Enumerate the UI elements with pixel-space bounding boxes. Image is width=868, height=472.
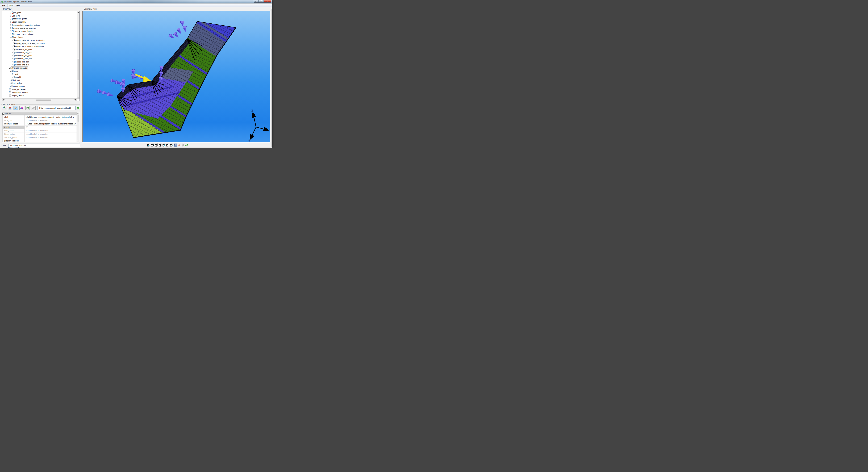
property-value[interactable]: <SplitSurface root.rudder.property_regio… [25,116,76,119]
tree-item-structural_analysis[interactable]: structural_analysis [2,66,77,69]
tree-item-mesh[interactable]: mesh [2,69,77,72]
tree-item-subgrid[interactable]: subgrid [2,75,77,78]
tree-item-detailed_lhs_skin[interactable]: detailed_lhs_skin [2,60,77,63]
tree-panel[interactable]: root_jointtip_jointadditional_jointsspar… [2,10,80,101]
fit-all-button[interactable] [174,143,177,147]
eraser-button[interactable] [177,143,181,147]
tree-item-propreg_spar_thickness_distribution[interactable]: propreg_spar_thickness_distribution [2,42,77,45]
tree-vertical-scrollbar[interactable] [77,11,80,99]
cube-top-icon [166,144,169,147]
object-reference-field[interactable]: <FEM root.structural_analysis at 0xdb3 [37,106,75,110]
cube-back-button[interactable] [162,143,166,147]
tree-scroll-right-button[interactable] [74,99,77,100]
cube-topback-button[interactable] [154,143,158,147]
prop-scroll-up-button[interactable] [77,112,79,114]
tree-horizontal-scrollbar[interactable] [2,98,77,101]
tree-scroll-left-button[interactable] [2,99,4,100]
tree-item-property_region_builder[interactable]: property_region_builder [2,30,77,33]
property-value[interactable]: 35 [25,126,76,129]
prop-scroll-down-button[interactable] [77,140,79,142]
refresh-object-button[interactable] [76,106,80,110]
tree-item-preliminary_lhs_skin[interactable]: preliminary_lhs_skin [2,54,77,57]
geometry-viewport[interactable]: Z X Y [83,11,270,143]
slot-icon [14,106,18,110]
property-row-interface_edges[interactable]: interface_edges[<Edge_ root.rudder.prope… [3,122,76,126]
collapse-section-icon[interactable] [2,113,4,115]
property-grid: Inputs shell<SplitSurface root.rudder.pr… [2,112,79,143]
slot-button[interactable] [13,106,18,110]
property-value[interactable]: [<Edge_ root.rudder.property_region_buil… [25,122,76,126]
refresh-button[interactable] [185,143,189,147]
title-bar[interactable]: ParaPy Graphical User Interface [0,0,272,3]
open-folder-button[interactable] [2,106,6,110]
trash-button[interactable] [181,143,185,147]
titlebar-glass [0,0,272,3]
tree-item-detailed_rhs_skin[interactable]: detailed_rhs_skin [2,63,77,66]
tree-item-label: output_reports [11,94,25,97]
home-button[interactable] [8,106,12,110]
property-row-property_regions[interactable]: property_regions [3,139,76,143]
cube-iso-button[interactable] [158,143,162,147]
menu-view[interactable]: View [7,4,14,7]
property-row-actuator_points[interactable]: actuator_points<double-click to evaluate… [3,136,76,139]
tree-item-punch_reader[interactable]: punch_reader [2,85,77,88]
axis-y-label: Y [248,139,250,143]
menu-file[interactable]: File [1,4,7,7]
tree-item-mass_properties[interactable]: mass_properties [2,88,77,91]
tree-item-production_process[interactable]: production_process [2,91,77,94]
tree-item-label: property_region_builder [12,30,34,33]
tree-scroll-down-button[interactable] [77,96,79,98]
close-button[interactable] [264,0,271,3]
cube-front-button[interactable] [147,143,150,147]
tree-item-output_reports[interactable]: output_reports [2,94,77,97]
property-row-hinge_points[interactable]: hinge_points<double-click to evaluate> [3,132,76,136]
property-value[interactable]: <double-click to evaluate> [25,119,76,122]
tree-item-rib_spar_bracket_visuals[interactable]: rib_spar_bracket_visuals [2,33,77,36]
tree-item-root_joint[interactable]: root_joint [2,11,77,14]
tree-item-tip_joint[interactable]: tip_joint [2,14,77,18]
minimize-button[interactable] [254,0,259,3]
refresh-icon [76,106,80,109]
tree-item-ses_writer[interactable]: ses_writer [2,82,77,85]
out-icon [10,79,13,82]
validate-button[interactable] [20,106,24,110]
tree-item-propreg_skin_thickness_distribution[interactable]: propreg_skin_thickness_distribution [2,39,77,42]
property-row-face_dict[interactable]: face_dict<double-click to evaluate> [3,119,76,122]
tree-hscroll-thumb[interactable] [36,99,51,100]
tree-item-intermediate_spanwise_stations[interactable]: intermediate_spanwise_stations [2,24,77,27]
prop-scroll-thumb[interactable] [77,115,79,122]
property-row-load_cases[interactable]: load_cases<double-click to evaluate> [3,129,76,132]
tree-item-preliminary_rhs_skin[interactable]: preliminary_rhs_skin [2,57,77,60]
tree-item-spar_assembly[interactable]: spar_assembly [2,20,77,24]
property-value[interactable]: <double-click to evaluate> [25,132,76,136]
tree-item-propreg_rib_thickness_distribution[interactable]: propreg_rib_thickness_distribution [2,45,77,48]
tree-item-bdf_writer[interactable]: bdf_writer [2,78,77,82]
tree-item-conceptual_rhs_skin[interactable]: conceptual_rhs_skin [2,51,77,54]
property-row-shell[interactable]: shell<SplitSurface root.rudder.property_… [3,116,76,119]
promote-button[interactable] [25,106,30,110]
wing-mesh-model[interactable] [117,21,236,138]
geometry-view-group: Geometry View [81,9,272,148]
cube-bottom-button[interactable] [169,143,173,147]
inputs-section-header[interactable]: Inputs [2,112,76,116]
property-row-length[interactable]: length35 [3,126,76,129]
gears-button[interactable] [31,106,36,110]
tree-vscroll-thumb[interactable] [77,59,79,81]
tree-item-label: detailed_lhs_skin [14,60,30,63]
menu-help[interactable]: Help [15,4,22,7]
property-value[interactable]: <double-click to evaluate> [25,129,76,132]
property-value[interactable] [25,139,76,143]
tree-item-skin_visuals[interactable]: skin_visuals [2,36,77,39]
tree-scroll-up-button[interactable] [77,11,79,13]
cube-side-button[interactable] [151,143,154,147]
property-grid-scrollbar[interactable] [76,112,79,142]
path-field[interactable]: .structural_analysis [8,144,80,147]
cube-top-button[interactable] [166,143,169,147]
tree-item-grid[interactable]: grid [2,72,77,75]
tree-item-closing_spanwise_stations[interactable]: closing_spanwise_stations [2,26,77,30]
tree-item-conceptual_lhs_skin[interactable]: conceptual_lhs_skin [2,48,77,51]
property-value[interactable]: <double-click to evaluate> [25,136,76,139]
restore-button[interactable] [259,0,264,3]
tree-item-additional_joints[interactable]: additional_joints [2,17,77,20]
promote-icon [26,106,29,110]
